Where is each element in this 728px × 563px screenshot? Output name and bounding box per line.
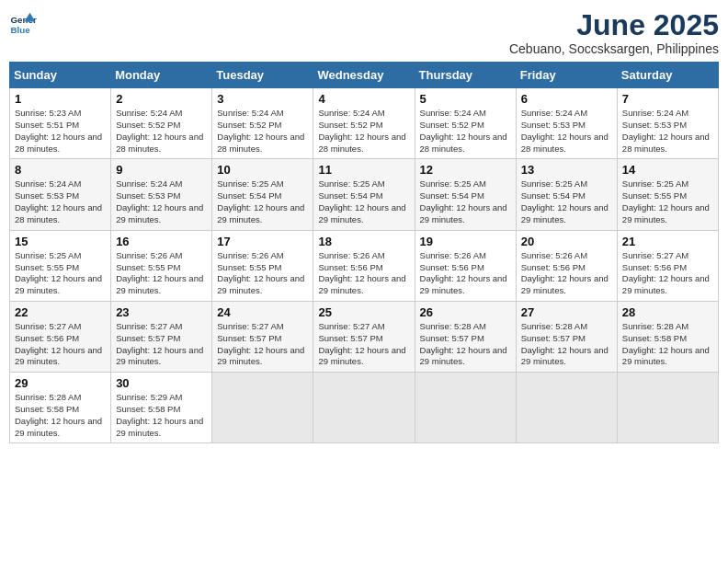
day-number: 15 [15, 235, 106, 248]
title-block: June 2025 Cebuano, Soccsksargen, Philipp… [509, 9, 719, 56]
day-info: Sunrise: 5:27 AMSunset: 5:57 PMDaylight:… [318, 321, 409, 368]
day-number: 24 [217, 305, 308, 319]
day-number: 16 [116, 235, 207, 248]
header-tuesday: Tuesday [212, 63, 313, 88]
day-number: 4 [318, 92, 409, 106]
day-number: 5 [420, 92, 511, 106]
calendar-cell: 13Sunrise: 5:25 AMSunset: 5:54 PMDayligh… [516, 159, 617, 230]
day-info: Sunrise: 5:24 AMSunset: 5:53 PMDaylight:… [622, 108, 713, 155]
calendar-cell: 9Sunrise: 5:24 AMSunset: 5:53 PMDaylight… [111, 159, 212, 230]
calendar-cell [516, 373, 617, 443]
day-info: Sunrise: 5:27 AMSunset: 5:56 PMDaylight:… [622, 250, 713, 297]
header-wednesday: Wednesday [313, 63, 415, 88]
day-info: Sunrise: 5:24 AMSunset: 5:52 PMDaylight:… [116, 108, 207, 155]
day-number: 2 [116, 92, 207, 106]
day-info: Sunrise: 5:27 AMSunset: 5:57 PMDaylight:… [116, 321, 207, 368]
day-info: Sunrise: 5:28 AMSunset: 5:58 PMDaylight:… [15, 392, 106, 439]
location-title: Cebuano, Soccsksargen, Philippines [509, 41, 719, 56]
day-info: Sunrise: 5:25 AMSunset: 5:55 PMDaylight:… [622, 178, 713, 225]
calendar-week-1: 1Sunrise: 5:23 AMSunset: 5:51 PMDaylight… [10, 88, 719, 159]
calendar-cell: 7Sunrise: 5:24 AMSunset: 5:53 PMDaylight… [617, 88, 718, 159]
day-number: 18 [318, 235, 409, 248]
calendar-cell [313, 373, 415, 443]
day-info: Sunrise: 5:26 AMSunset: 5:56 PMDaylight:… [318, 250, 409, 297]
day-info: Sunrise: 5:25 AMSunset: 5:54 PMDaylight:… [217, 178, 308, 225]
day-info: Sunrise: 5:24 AMSunset: 5:52 PMDaylight:… [318, 108, 409, 155]
calendar-cell: 5Sunrise: 5:24 AMSunset: 5:52 PMDaylight… [415, 88, 516, 159]
day-info: Sunrise: 5:24 AMSunset: 5:52 PMDaylight:… [420, 108, 511, 155]
day-number: 17 [217, 235, 308, 248]
day-info: Sunrise: 5:29 AMSunset: 5:58 PMDaylight:… [116, 392, 207, 439]
day-info: Sunrise: 5:28 AMSunset: 5:57 PMDaylight:… [420, 321, 511, 368]
calendar-cell: 12Sunrise: 5:25 AMSunset: 5:54 PMDayligh… [415, 159, 516, 230]
day-number: 29 [15, 376, 106, 390]
day-number: 23 [116, 305, 207, 319]
day-number: 13 [521, 163, 612, 177]
calendar-cell: 16Sunrise: 5:26 AMSunset: 5:55 PMDayligh… [111, 230, 212, 301]
calendar-week-2: 8Sunrise: 5:24 AMSunset: 5:53 PMDaylight… [10, 159, 719, 230]
day-info: Sunrise: 5:26 AMSunset: 5:55 PMDaylight:… [217, 250, 308, 297]
calendar-cell: 14Sunrise: 5:25 AMSunset: 5:55 PMDayligh… [617, 159, 718, 230]
header-sunday: Sunday [10, 63, 111, 88]
calendar-cell: 11Sunrise: 5:25 AMSunset: 5:54 PMDayligh… [313, 159, 415, 230]
day-number: 11 [318, 163, 409, 177]
month-title: June 2025 [509, 9, 719, 41]
day-number: 14 [622, 163, 713, 177]
calendar-cell: 17Sunrise: 5:26 AMSunset: 5:55 PMDayligh… [212, 230, 313, 301]
day-number: 25 [318, 305, 409, 319]
calendar-cell: 18Sunrise: 5:26 AMSunset: 5:56 PMDayligh… [313, 230, 415, 301]
calendar-cell [617, 373, 718, 443]
day-info: Sunrise: 5:25 AMSunset: 5:55 PMDaylight:… [15, 250, 106, 297]
day-info: Sunrise: 5:24 AMSunset: 5:52 PMDaylight:… [217, 108, 308, 155]
calendar-cell: 15Sunrise: 5:25 AMSunset: 5:55 PMDayligh… [10, 230, 111, 301]
day-info: Sunrise: 5:26 AMSunset: 5:56 PMDaylight:… [521, 250, 612, 297]
calendar-cell: 1Sunrise: 5:23 AMSunset: 5:51 PMDaylight… [10, 88, 111, 159]
day-number: 9 [116, 163, 207, 177]
day-number: 8 [15, 163, 106, 177]
day-info: Sunrise: 5:25 AMSunset: 5:54 PMDaylight:… [318, 178, 409, 225]
calendar-table: Sunday Monday Tuesday Wednesday Thursday… [9, 62, 719, 443]
day-info: Sunrise: 5:24 AMSunset: 5:53 PMDaylight:… [15, 178, 106, 225]
calendar-cell: 22Sunrise: 5:27 AMSunset: 5:56 PMDayligh… [10, 301, 111, 372]
day-number: 27 [521, 305, 612, 319]
calendar-cell: 25Sunrise: 5:27 AMSunset: 5:57 PMDayligh… [313, 301, 415, 372]
calendar-week-4: 22Sunrise: 5:27 AMSunset: 5:56 PMDayligh… [10, 301, 719, 372]
header-row: Sunday Monday Tuesday Wednesday Thursday… [10, 63, 719, 88]
calendar-cell: 26Sunrise: 5:28 AMSunset: 5:57 PMDayligh… [415, 301, 516, 372]
logo: General Blue [9, 9, 39, 37]
calendar-body: 1Sunrise: 5:23 AMSunset: 5:51 PMDaylight… [10, 88, 719, 443]
calendar-cell: 4Sunrise: 5:24 AMSunset: 5:52 PMDaylight… [313, 88, 415, 159]
calendar-cell: 27Sunrise: 5:28 AMSunset: 5:57 PMDayligh… [516, 301, 617, 372]
page-container: General Blue June 2025 Cebuano, Soccsksa… [9, 9, 719, 443]
calendar-cell: 2Sunrise: 5:24 AMSunset: 5:52 PMDaylight… [111, 88, 212, 159]
day-number: 10 [217, 163, 308, 177]
calendar-cell: 6Sunrise: 5:24 AMSunset: 5:53 PMDaylight… [516, 88, 617, 159]
calendar-cell: 20Sunrise: 5:26 AMSunset: 5:56 PMDayligh… [516, 230, 617, 301]
day-number: 7 [622, 92, 713, 106]
day-number: 6 [521, 92, 612, 106]
day-number: 3 [217, 92, 308, 106]
day-number: 19 [420, 235, 511, 248]
day-info: Sunrise: 5:24 AMSunset: 5:53 PMDaylight:… [521, 108, 612, 155]
calendar-cell: 3Sunrise: 5:24 AMSunset: 5:52 PMDaylight… [212, 88, 313, 159]
calendar-week-5: 29Sunrise: 5:28 AMSunset: 5:58 PMDayligh… [10, 373, 719, 443]
day-number: 22 [15, 305, 106, 319]
calendar-week-3: 15Sunrise: 5:25 AMSunset: 5:55 PMDayligh… [10, 230, 719, 301]
day-info: Sunrise: 5:24 AMSunset: 5:53 PMDaylight:… [116, 178, 207, 225]
day-number: 1 [15, 92, 106, 106]
logo-icon: General Blue [9, 9, 37, 37]
day-info: Sunrise: 5:26 AMSunset: 5:56 PMDaylight:… [420, 250, 511, 297]
day-info: Sunrise: 5:28 AMSunset: 5:58 PMDaylight:… [622, 321, 713, 368]
header-thursday: Thursday [415, 63, 516, 88]
calendar-cell: 28Sunrise: 5:28 AMSunset: 5:58 PMDayligh… [617, 301, 718, 372]
calendar-header: Sunday Monday Tuesday Wednesday Thursday… [10, 63, 719, 88]
day-number: 26 [420, 305, 511, 319]
calendar-cell: 8Sunrise: 5:24 AMSunset: 5:53 PMDaylight… [10, 159, 111, 230]
day-info: Sunrise: 5:25 AMSunset: 5:54 PMDaylight:… [420, 178, 511, 225]
calendar-cell [415, 373, 516, 443]
header-monday: Monday [111, 63, 212, 88]
day-number: 12 [420, 163, 511, 177]
calendar-cell: 30Sunrise: 5:29 AMSunset: 5:58 PMDayligh… [111, 373, 212, 443]
header: General Blue June 2025 Cebuano, Soccsksa… [9, 9, 719, 56]
calendar-cell: 24Sunrise: 5:27 AMSunset: 5:57 PMDayligh… [212, 301, 313, 372]
